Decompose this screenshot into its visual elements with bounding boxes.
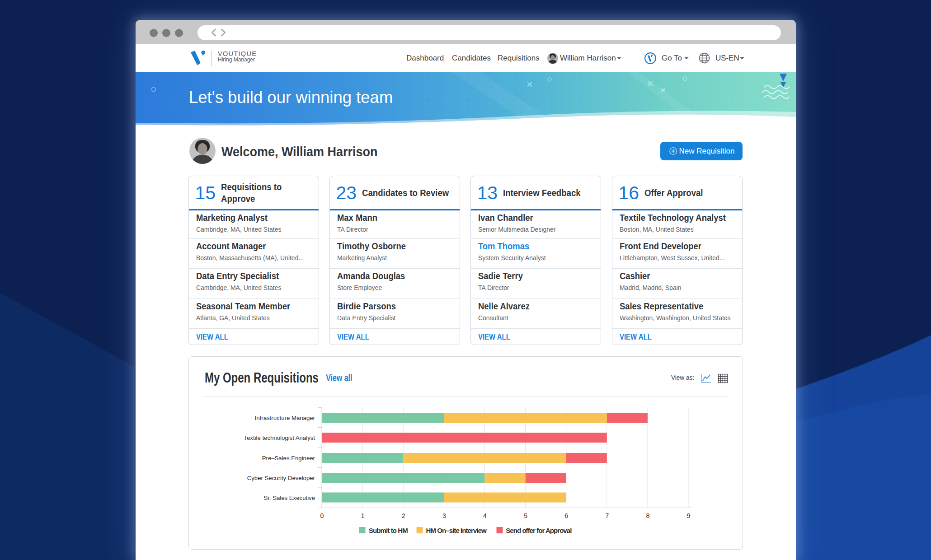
svg-text:5: 5: [524, 512, 527, 519]
svg-text:2: 2: [402, 512, 405, 519]
svg-text:HM On–site Interview: HM On–site Interview: [426, 527, 487, 534]
svg-text:Send offer for Approval: Send offer for Approval: [506, 527, 572, 534]
svg-text:View all: View all: [326, 373, 352, 383]
svg-text:8: 8: [646, 512, 650, 519]
svg-text:3: 3: [442, 512, 446, 519]
svg-text:My Open Requisitions: My Open Requisitions: [205, 370, 319, 386]
svg-text:View as:: View as:: [671, 373, 694, 381]
svg-text:9: 9: [687, 512, 691, 519]
svg-text:Submit to HM: Submit to HM: [369, 527, 408, 534]
svg-text:Pre–Sales Engineer: Pre–Sales Engineer: [262, 455, 315, 462]
svg-text:1: 1: [361, 512, 365, 519]
svg-text:Cyber Security Developer: Cyber Security Developer: [247, 475, 315, 481]
svg-text:Sr. Sales Executive: Sr. Sales Executive: [263, 495, 315, 501]
svg-text:6: 6: [564, 512, 568, 519]
svg-text:4: 4: [483, 512, 487, 519]
svg-text:7: 7: [605, 512, 609, 519]
svg-text:Textile technologist Analyst: Textile technologist Analyst: [244, 434, 315, 441]
svg-text:Infrastructure Manager: Infrastructure Manager: [255, 415, 315, 421]
svg-text:0: 0: [320, 512, 324, 519]
